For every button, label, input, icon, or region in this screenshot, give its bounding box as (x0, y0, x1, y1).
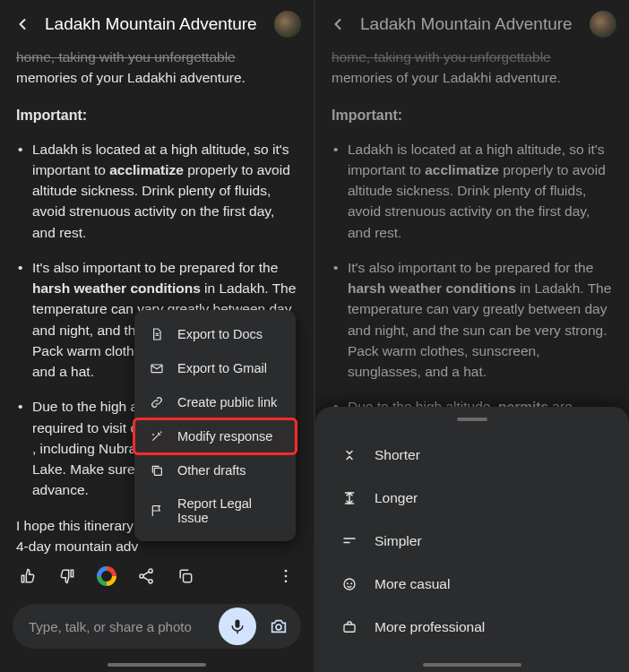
briefcase-icon (340, 618, 358, 636)
drafts-icon (149, 462, 165, 478)
shorter-icon (340, 446, 358, 464)
section-heading: Important: (332, 105, 613, 126)
svg-point-22 (344, 579, 355, 590)
section-heading: Important: (16, 105, 297, 126)
flag-icon (149, 503, 165, 519)
svg-point-2 (149, 580, 152, 583)
svg-point-10 (276, 625, 281, 630)
option-label: Longer (375, 490, 418, 506)
list-item: It's also important to be prepared for t… (332, 257, 613, 383)
modify-response-sheet: Shorter Longer Simpler More casual More … (315, 407, 629, 672)
export-docs-item[interactable]: Export to Docs (134, 317, 296, 351)
intro-fragment: home, taking with you unforgettable memo… (332, 47, 613, 89)
longer-option[interactable]: Longer (315, 477, 629, 520)
simpler-option[interactable]: Simpler (315, 520, 629, 563)
input-placeholder: Type, talk, or share a photo (29, 619, 219, 634)
svg-point-6 (285, 570, 288, 573)
svg-rect-5 (184, 574, 192, 582)
chat-input[interactable]: Type, talk, or share a photo (13, 604, 301, 649)
gmail-icon (149, 360, 165, 376)
simpler-icon (340, 532, 358, 550)
left-screen: Ladakh Mountain Adventure home, taking w… (0, 0, 314, 672)
share-icon[interactable] (136, 566, 156, 586)
menu-label: Other drafts (177, 463, 246, 478)
avatar[interactable] (590, 11, 616, 38)
option-label: More professional (375, 619, 485, 635)
modify-response-item[interactable]: Modify response (134, 419, 296, 453)
right-screen: Ladakh Mountain Adventure home, taking w… (315, 0, 629, 672)
menu-label: Report Legal Issue (177, 496, 281, 525)
intro-fragment: home, taking with you unforgettable memo… (16, 47, 297, 89)
svg-point-8 (285, 581, 288, 583)
feedback-row (0, 556, 314, 590)
home-indicator (423, 663, 521, 667)
svg-point-7 (285, 575, 288, 578)
avatar[interactable] (274, 11, 301, 38)
thumbs-down-icon[interactable] (57, 566, 77, 586)
svg-point-0 (149, 569, 152, 573)
more-casual-option[interactable]: More casual (315, 563, 629, 606)
option-label: Shorter (375, 447, 420, 463)
svg-point-14 (160, 432, 161, 433)
svg-point-15 (153, 435, 154, 435)
other-drafts-item[interactable]: Other drafts (134, 453, 296, 487)
more-professional-option[interactable]: More professional (315, 606, 629, 649)
magic-wand-icon (149, 428, 165, 444)
menu-label: Export to Docs (177, 327, 263, 341)
input-row: Type, talk, or share a photo (0, 590, 314, 672)
casual-icon (340, 575, 358, 593)
menu-label: Modify response (177, 429, 272, 444)
google-icon[interactable] (97, 566, 116, 586)
page-title: Ladakh Mountain Adventure (45, 14, 262, 34)
more-icon[interactable] (276, 566, 296, 586)
camera-button[interactable] (262, 609, 296, 643)
svg-rect-16 (154, 468, 161, 475)
header: Ladakh Mountain Adventure (0, 0, 314, 47)
svg-rect-23 (344, 625, 355, 632)
header: Ladakh Mountain Adventure (315, 0, 629, 47)
svg-point-1 (140, 574, 143, 578)
option-label: Simpler (375, 533, 422, 549)
list-item: Ladakh is located at a high altitude, so… (16, 139, 297, 243)
create-link-item[interactable]: Create public link (134, 385, 296, 419)
docs-icon (149, 326, 165, 342)
sheet-handle[interactable] (457, 418, 487, 421)
back-icon[interactable] (328, 14, 348, 34)
thumbs-up-icon[interactable] (18, 566, 38, 586)
list-item: Ladakh is located at a high altitude, so… (332, 139, 613, 243)
shorter-option[interactable]: Shorter (315, 434, 629, 477)
report-legal-item[interactable]: Report Legal Issue (134, 487, 296, 534)
export-gmail-item[interactable]: Export to Gmail (134, 351, 296, 385)
page-title: Ladakh Mountain Adventure (360, 14, 577, 34)
svg-line-4 (143, 577, 149, 581)
menu-label: Export to Gmail (177, 361, 267, 375)
longer-icon (340, 489, 358, 507)
menu-label: Create public link (177, 395, 277, 409)
option-label: More casual (375, 576, 450, 592)
copy-icon[interactable] (176, 566, 195, 586)
home-indicator (108, 663, 206, 667)
mic-button[interactable] (219, 607, 256, 645)
context-menu: Export to Docs Export to Gmail Create pu… (134, 310, 296, 541)
svg-line-3 (143, 572, 149, 575)
link-icon (149, 394, 165, 410)
back-icon[interactable] (13, 14, 32, 34)
